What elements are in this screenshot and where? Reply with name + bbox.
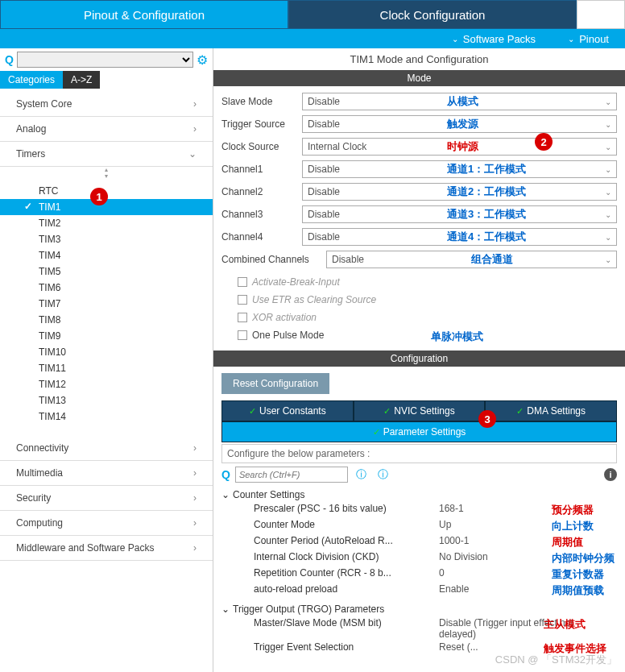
label-channel2: Channel2 <box>221 186 302 197</box>
anno-ch4: 通道4：工作模式 <box>447 230 526 244</box>
tree-connectivity[interactable]: Connectivity› <box>0 436 213 461</box>
param-msm[interactable]: Master/Slave Mode (MSM bit)Disable (Trig… <box>221 616 617 641</box>
tab-clock-config[interactable]: Clock Configuration <box>288 0 577 29</box>
group-trgo[interactable]: ⌄Trigger Output (TRGO) Parameters <box>221 602 617 616</box>
chevron-right-icon: › <box>193 123 197 135</box>
chevron-down-icon: ⌄ <box>605 97 611 106</box>
tree-item-tim8[interactable]: TIM8 <box>0 312 213 328</box>
label-channel4: Channel4 <box>221 231 302 243</box>
category-tree: System Core› Analog› Timers⌄ ▴▾ 1 RTC ✓T… <box>0 89 213 672</box>
label-opm: One Pulse Mode <box>252 330 324 341</box>
group-counter-settings[interactable]: ⌄Counter Settings <box>221 487 617 502</box>
checkbox-etr <box>238 295 247 305</box>
check-icon: ✓ <box>383 406 391 417</box>
param-preload[interactable]: auto-reload preloadEnable周期值预载 <box>221 583 617 599</box>
chevron-right-icon: › <box>193 492 197 504</box>
tree-multimedia[interactable]: Multimedia› <box>0 461 213 486</box>
check-icon: ✓ <box>516 406 524 417</box>
tree-item-tim2[interactable]: TIM2 <box>0 215 213 231</box>
tab-nvic-settings[interactable]: ✓NVIC Settings <box>354 400 486 421</box>
tree-analog[interactable]: Analog› <box>0 117 213 142</box>
chevron-down-icon: ⌄ <box>605 120 611 129</box>
chevron-right-icon: › <box>193 442 197 454</box>
chevron-right-icon: › <box>193 467 197 479</box>
tree-item-tim9[interactable]: TIM9 <box>0 328 213 344</box>
tree-item-tim6[interactable]: TIM6 <box>0 280 213 296</box>
anno-comb: 组合通道 <box>471 252 513 267</box>
tab-dma-settings[interactable]: ✓DMA Settings <box>485 400 617 421</box>
menu-pinout[interactable]: ⌄Pinout <box>552 33 625 45</box>
tree-item-tim3[interactable]: TIM3 <box>0 231 213 247</box>
anno-opm: 单脉冲模式 <box>431 330 483 344</box>
tree-item-tim4[interactable]: TIM4 <box>0 247 213 263</box>
label-trigger-source: Trigger Source <box>221 118 302 130</box>
param-counter-mode[interactable]: Counter ModeUp向上计数 <box>221 518 617 534</box>
tree-item-tim14[interactable]: TIM14 <box>0 409 213 425</box>
tree-item-tim12[interactable]: TIM12 <box>0 376 213 392</box>
checkbox-xor <box>238 313 247 322</box>
param-counter-period[interactable]: Counter Period (AutoReload R...1000-1周期值 <box>221 534 617 550</box>
tree-item-tim7[interactable]: TIM7 <box>0 296 213 312</box>
chevron-down-icon: ⌄ <box>221 604 230 615</box>
chevron-down-icon: ⌄ <box>188 148 197 160</box>
tree-item-tim13[interactable]: TIM13 <box>0 392 213 409</box>
search-combo[interactable] <box>17 52 193 68</box>
tree-item-tim5[interactable]: TIM5 <box>0 263 213 280</box>
tab-categories[interactable]: Categories <box>0 71 63 89</box>
label-xor: XOR activation <box>252 312 317 323</box>
chevron-down-icon: ⌄ <box>605 255 611 264</box>
label-abi: Activate-Break-Input <box>252 276 340 288</box>
tab-user-constants[interactable]: ✓User Constants <box>221 400 354 421</box>
tree-computing[interactable]: Computing› <box>0 511 213 536</box>
gear-icon[interactable]: ⚙ <box>197 52 208 68</box>
badge-1: 1 <box>90 188 108 205</box>
search-icon: Q <box>221 468 230 481</box>
check-icon: ✓ <box>373 427 380 438</box>
param-ckd[interactable]: Internal Clock Division (CKD)No Division… <box>221 550 617 566</box>
label-etr: Use ETR as Clearing Source <box>252 294 376 305</box>
checkbox-abi <box>238 277 247 287</box>
anno-slave: 从模式 <box>447 94 478 109</box>
info-icon[interactable]: i <box>604 468 617 481</box>
tab-parameter-settings[interactable]: ✓Parameter Settings <box>221 421 617 442</box>
anno-trigger: 触发源 <box>447 117 478 131</box>
chevron-down-icon: ⌄ <box>605 143 611 151</box>
badge-3: 3 <box>478 410 496 428</box>
search-icon: Q <box>5 53 14 66</box>
chevron-down-icon: ⌄ <box>605 210 611 219</box>
tree-middleware[interactable]: Middleware and Software Packs› <box>0 536 213 561</box>
tree-security[interactable]: Security› <box>0 486 213 511</box>
anno-ch2: 通道2：工作模式 <box>447 185 526 199</box>
tree-item-tim11[interactable]: TIM11 <box>0 360 213 376</box>
param-tes[interactable]: Trigger Event SelectionReset (...触发事件选择 <box>221 641 617 653</box>
label-channel3: Channel3 <box>221 209 302 220</box>
config-section-title: Configuration <box>213 351 625 367</box>
param-rcr[interactable]: Repetition Counter (RCR - 8 b...0重复计数器 <box>221 566 617 583</box>
tree-timers[interactable]: Timers⌄ <box>0 142 213 167</box>
param-hint: Configure the below parameters : <box>221 444 617 463</box>
label-clock-source: Clock Source <box>221 141 302 152</box>
prev-icon[interactable]: ⓘ <box>353 467 370 482</box>
chevron-down-icon: ⌄ <box>452 35 458 44</box>
tree-system-core[interactable]: System Core› <box>0 92 213 117</box>
chevron-right-icon: › <box>193 542 197 554</box>
chevron-down-icon: ⌄ <box>605 165 611 174</box>
next-icon[interactable]: ⓘ <box>375 467 391 482</box>
check-icon: ✓ <box>24 201 32 212</box>
label-slave-mode: Slave Mode <box>221 96 302 107</box>
chevron-down-icon: ⌄ <box>605 188 611 197</box>
tab-a-z[interactable]: A->Z <box>63 71 100 89</box>
chevron-down-icon: ⌄ <box>605 233 611 242</box>
grip-icon: ▴▾ <box>0 167 213 180</box>
menu-software-packs[interactable]: ⌄Software Packs <box>436 33 552 45</box>
check-icon: ✓ <box>249 406 256 417</box>
anno-ch1: 通道1：工作模式 <box>447 162 526 176</box>
param-search-input[interactable] <box>235 467 348 483</box>
mode-section-title: Mode <box>213 70 625 86</box>
checkbox-opm[interactable] <box>238 330 247 340</box>
tab-pinout-config[interactable]: Pinout & Configuration <box>0 0 288 29</box>
tree-item-tim10[interactable]: TIM10 <box>0 344 213 360</box>
param-prescaler[interactable]: Prescaler (PSC - 16 bits value)168-1预分频器 <box>221 502 617 518</box>
label-channel1: Channel1 <box>221 164 302 175</box>
reset-config-button[interactable]: Reset Configuration <box>221 373 329 394</box>
